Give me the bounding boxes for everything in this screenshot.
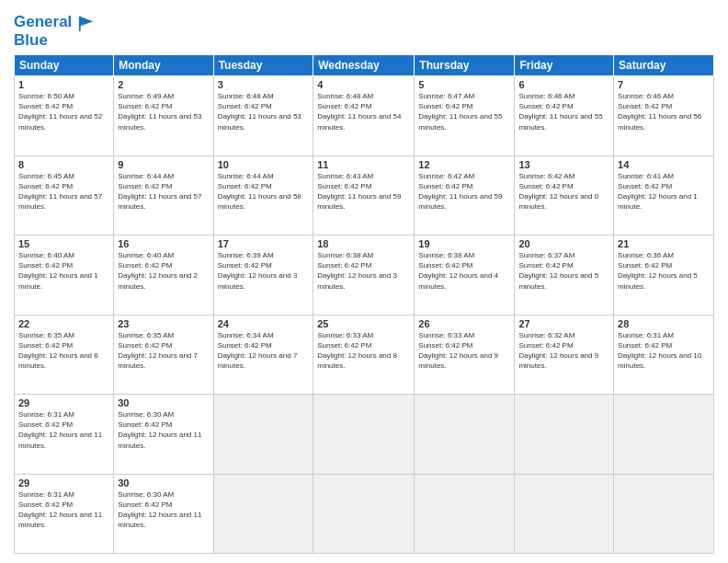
day-info: Sunrise: 6:38 AMSunset: 6:42 PMDaylight:… [418, 250, 510, 292]
logo: General Blue [14, 13, 95, 49]
day-info: Sunrise: 6:33 AMSunset: 6:42 PMDaylight:… [418, 330, 510, 372]
day-number: 21 [618, 238, 710, 249]
day-info: Sunrise: 6:31 AMSunset: 6:42 PMDaylight:… [18, 489, 109, 531]
calendar-cell: 29 Sunrise: 6:31 AMSunset: 6:42 PMDaylig… [15, 395, 114, 474]
calendar-cell: 15 Sunrise: 6:40 AMSunset: 6:42 PMDaylig… [15, 236, 114, 315]
calendar-cell [313, 474, 415, 553]
day-info: Sunrise: 6:35 AMSunset: 6:42 PMDaylight:… [118, 330, 209, 372]
day-number: 29 [18, 477, 109, 488]
calendar-cell: 28 Sunrise: 6:31 AMSunset: 6:42 PMDaylig… [614, 315, 714, 394]
calendar-cell: 12 Sunrise: 6:42 AMSunset: 6:42 PMDaylig… [415, 155, 515, 235]
calendar-cell: 3 Sunrise: 6:48 AMSunset: 6:42 PMDayligh… [213, 76, 313, 155]
day-number: 16 [118, 238, 209, 249]
calendar-cell: 21 Sunrise: 6:36 AMSunset: 6:42 PMDaylig… [614, 236, 714, 315]
day-number: 10 [218, 159, 310, 170]
day-number: 25 [317, 318, 410, 329]
calendar-cell: 9 Sunrise: 6:44 AMSunset: 6:42 PMDayligh… [114, 155, 213, 235]
col-header-friday: Friday [515, 55, 614, 76]
day-info: Sunrise: 6:32 AMSunset: 6:42 PMDaylight:… [518, 330, 609, 372]
day-number: 15 [18, 238, 109, 249]
calendar-cell: 1 Sunrise: 6:50 AMSunset: 6:42 PMDayligh… [15, 76, 114, 155]
day-number: 30 [118, 477, 209, 488]
day-number: 20 [518, 238, 609, 249]
calendar-cell [415, 395, 515, 474]
day-number: 13 [518, 159, 609, 170]
day-number: 6 [518, 79, 609, 90]
calendar-cell: 29 Sunrise: 6:31 AMSunset: 6:42 PMDaylig… [15, 474, 114, 553]
calendar-cell: 17 Sunrise: 6:39 AMSunset: 6:42 PMDaylig… [213, 236, 313, 315]
day-info: Sunrise: 6:46 AMSunset: 6:42 PMDaylight:… [518, 91, 609, 132]
calendar-week-row: 29 Sunrise: 6:31 AMSunset: 6:42 PMDaylig… [15, 395, 714, 474]
calendar-cell: 24 Sunrise: 6:34 AMSunset: 6:42 PMDaylig… [213, 315, 313, 394]
day-number: 11 [317, 159, 410, 170]
calendar-cell [515, 395, 614, 474]
logo-blue: Blue [14, 31, 95, 50]
day-number: 9 [118, 159, 209, 170]
day-info: Sunrise: 6:45 AMSunset: 6:42 PMDaylight:… [18, 171, 109, 213]
day-number: 28 [618, 318, 710, 329]
day-number: 26 [418, 318, 510, 329]
calendar-cell [213, 474, 313, 553]
day-number: 4 [317, 79, 410, 90]
day-info: Sunrise: 6:46 AMSunset: 6:42 PMDaylight:… [618, 91, 710, 132]
calendar-cell [614, 395, 714, 474]
day-number: 29 [18, 397, 109, 408]
col-header-saturday: Saturday [614, 55, 714, 76]
day-info: Sunrise: 6:38 AMSunset: 6:42 PMDaylight:… [317, 250, 410, 292]
day-number: 12 [418, 159, 510, 170]
calendar-cell: 11 Sunrise: 6:43 AMSunset: 6:42 PMDaylig… [313, 155, 415, 235]
calendar-cell: 30 Sunrise: 6:30 AMSunset: 6:42 PMDaylig… [114, 395, 213, 474]
day-info: Sunrise: 6:49 AMSunset: 6:42 PMDaylight:… [118, 91, 209, 132]
calendar-week-row: 29 Sunrise: 6:31 AMSunset: 6:42 PMDaylig… [15, 474, 714, 553]
calendar-week-row: 15 Sunrise: 6:40 AMSunset: 6:42 PMDaylig… [15, 236, 714, 315]
day-number: 3 [218, 79, 310, 90]
calendar-cell: 5 Sunrise: 6:47 AMSunset: 6:42 PMDayligh… [415, 76, 515, 155]
calendar-cell: 22 Sunrise: 6:35 AMSunset: 6:42 PMDaylig… [15, 315, 114, 394]
day-info: Sunrise: 6:44 AMSunset: 6:42 PMDaylight:… [118, 171, 209, 213]
day-info: Sunrise: 6:30 AMSunset: 6:42 PMDaylight:… [118, 409, 209, 451]
calendar-cell: 27 Sunrise: 6:32 AMSunset: 6:42 PMDaylig… [515, 315, 614, 394]
day-info: Sunrise: 6:42 AMSunset: 6:42 PMDaylight:… [518, 171, 609, 213]
calendar-cell: 16 Sunrise: 6:40 AMSunset: 6:42 PMDaylig… [114, 236, 213, 315]
day-number: 5 [418, 79, 510, 90]
calendar-week-row: 22 Sunrise: 6:35 AMSunset: 6:42 PMDaylig… [15, 315, 714, 394]
col-header-sunday: Sunday [15, 55, 114, 76]
logo-flag-icon [78, 15, 95, 31]
calendar-cell: 4 Sunrise: 6:48 AMSunset: 6:42 PMDayligh… [313, 76, 415, 155]
calendar-cell: 7 Sunrise: 6:46 AMSunset: 6:42 PMDayligh… [614, 76, 714, 155]
calendar-week-row: 8 Sunrise: 6:45 AMSunset: 6:42 PMDayligh… [15, 155, 714, 235]
calendar-cell: 26 Sunrise: 6:33 AMSunset: 6:42 PMDaylig… [415, 315, 515, 394]
day-number: 18 [317, 238, 410, 249]
calendar-cell [313, 395, 415, 474]
col-header-tuesday: Tuesday [213, 55, 313, 76]
calendar-cell [415, 474, 515, 553]
day-info: Sunrise: 6:31 AMSunset: 6:42 PMDaylight:… [18, 409, 109, 451]
day-number: 30 [118, 397, 209, 408]
day-info: Sunrise: 6:36 AMSunset: 6:42 PMDaylight:… [618, 250, 710, 292]
calendar-cell: 23 Sunrise: 6:35 AMSunset: 6:42 PMDaylig… [114, 315, 213, 394]
calendar-week-row: 1 Sunrise: 6:50 AMSunset: 6:42 PMDayligh… [15, 76, 714, 155]
logo-general: General [14, 13, 72, 30]
day-number: 17 [218, 238, 310, 249]
col-header-wednesday: Wednesday [313, 55, 415, 76]
day-number: 23 [118, 318, 209, 329]
calendar-cell: 30 Sunrise: 6:30 AMSunset: 6:42 PMDaylig… [114, 474, 213, 553]
day-info: Sunrise: 6:40 AMSunset: 6:42 PMDaylight:… [118, 250, 209, 292]
day-info: Sunrise: 6:42 AMSunset: 6:42 PMDaylight:… [418, 171, 510, 213]
calendar-table: SundayMondayTuesdayWednesdayThursdayFrid… [14, 54, 714, 554]
day-info: Sunrise: 6:43 AMSunset: 6:42 PMDaylight:… [317, 171, 410, 213]
day-number: 1 [18, 79, 109, 90]
col-header-thursday: Thursday [415, 55, 515, 76]
day-info: Sunrise: 6:31 AMSunset: 6:42 PMDaylight:… [618, 330, 710, 372]
day-number: 27 [518, 318, 609, 329]
calendar-cell: 18 Sunrise: 6:38 AMSunset: 6:42 PMDaylig… [313, 236, 415, 315]
day-info: Sunrise: 6:41 AMSunset: 6:42 PMDaylight:… [618, 171, 710, 213]
calendar-cell: 8 Sunrise: 6:45 AMSunset: 6:42 PMDayligh… [15, 155, 114, 235]
calendar-cell [515, 474, 614, 553]
calendar-cell [614, 474, 714, 553]
calendar-cell: 19 Sunrise: 6:38 AMSunset: 6:42 PMDaylig… [415, 236, 515, 315]
day-number: 7 [618, 79, 710, 90]
day-info: Sunrise: 6:34 AMSunset: 6:42 PMDaylight:… [218, 330, 310, 372]
calendar-cell: 6 Sunrise: 6:46 AMSunset: 6:42 PMDayligh… [515, 76, 614, 155]
calendar-cell: 25 Sunrise: 6:33 AMSunset: 6:42 PMDaylig… [313, 315, 415, 394]
